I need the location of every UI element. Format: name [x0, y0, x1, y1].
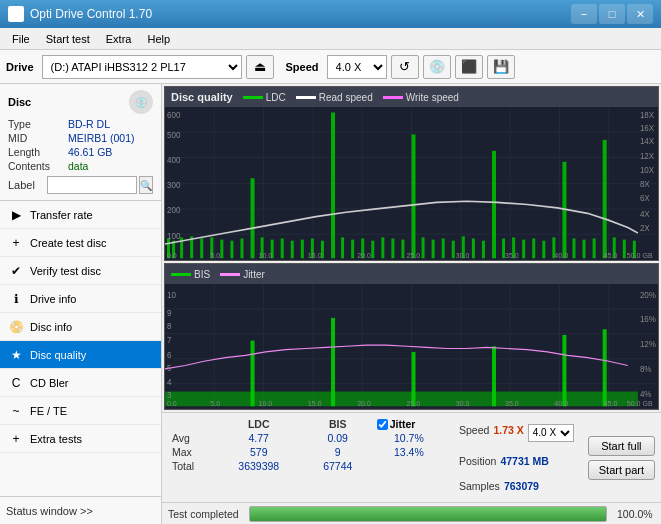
speed-dropdown[interactable]: 4.0 X — [528, 424, 574, 442]
jitter-label: Jitter — [243, 269, 265, 280]
svg-rect-41 — [422, 237, 425, 258]
status-window-label: Status window >> — [6, 505, 93, 517]
jitter-checkbox[interactable] — [377, 419, 388, 430]
svg-text:300: 300 — [167, 180, 181, 190]
svg-rect-44 — [452, 241, 455, 259]
svg-text:30.0: 30.0 — [456, 399, 470, 409]
jitter-checkbox-label[interactable]: Jitter — [377, 418, 441, 430]
extra-tests-label: Extra tests — [30, 433, 82, 445]
svg-rect-24 — [251, 178, 255, 258]
svg-text:40.0: 40.0 — [554, 399, 568, 409]
sidebar-item-extra-tests[interactable]: + Extra tests — [0, 425, 161, 453]
label-row: Label 🔍 — [8, 176, 153, 194]
col-header-ldc: LDC — [215, 417, 303, 431]
disc-mid-row: MID MEIRB1 (001) — [8, 132, 153, 144]
svg-rect-104 — [251, 341, 255, 407]
sidebar-item-fe-te[interactable]: ~ FE / TE — [0, 397, 161, 425]
eject-button[interactable]: ⏏ — [246, 55, 274, 79]
sidebar-item-create-test-disc[interactable]: + Create test disc — [0, 229, 161, 257]
max-jitter: 13.4% — [373, 445, 445, 459]
menu-start-test[interactable]: Start test — [38, 31, 98, 47]
svg-text:0.0: 0.0 — [167, 251, 177, 260]
svg-text:0.0: 0.0 — [167, 399, 177, 409]
progress-fill — [250, 507, 606, 521]
svg-rect-105 — [331, 318, 335, 406]
label-input[interactable] — [47, 176, 137, 194]
speed-label: Speed — [286, 61, 319, 73]
type-value: BD-R DL — [68, 118, 110, 130]
svg-text:9: 9 — [167, 308, 172, 319]
svg-text:14X: 14X — [640, 136, 655, 146]
svg-text:35.0: 35.0 — [505, 251, 519, 260]
svg-text:10X: 10X — [640, 164, 655, 174]
speed-select[interactable]: 4.0 X — [327, 55, 387, 79]
svg-rect-21 — [220, 240, 223, 259]
svg-text:25.0: 25.0 — [406, 399, 420, 409]
total-bis: 67744 — [303, 459, 373, 473]
bis-color — [171, 273, 191, 276]
menu-extra[interactable]: Extra — [98, 31, 140, 47]
svg-rect-57 — [583, 240, 586, 259]
drive-select[interactable]: (D:) ATAPI iHBS312 2 PL17 — [42, 55, 242, 79]
svg-text:8: 8 — [167, 321, 172, 332]
start-part-button[interactable]: Start part — [588, 460, 655, 480]
sidebar-item-verify-test-disc[interactable]: ✔ Verify test disc — [0, 257, 161, 285]
svg-text:16X: 16X — [640, 123, 655, 133]
contents-label: Contents — [8, 160, 68, 172]
samples-val: 763079 — [504, 480, 539, 492]
create-test-disc-icon: + — [8, 235, 24, 251]
start-full-button[interactable]: Start full — [588, 436, 655, 456]
sidebar-item-cd-bler[interactable]: C CD Bler — [0, 369, 161, 397]
menu-file[interactable]: File — [4, 31, 38, 47]
status-bar-left: Status window >> — [0, 496, 161, 524]
verify-test-disc-icon: ✔ — [8, 263, 24, 279]
speed-info: Speed 1.73 X 4.0 X Position 47731 MB Sam… — [451, 413, 582, 502]
speed-key: Speed — [459, 424, 489, 442]
sidebar-item-disc-quality[interactable]: ★ Disc quality — [0, 341, 161, 369]
close-button[interactable]: ✕ — [627, 4, 653, 24]
chart1-header: Disc quality LDC Read speed Write speed — [165, 87, 658, 107]
sidebar-item-drive-info[interactable]: ℹ Drive info — [0, 285, 161, 313]
label-search-button[interactable]: 🔍 — [139, 176, 153, 194]
svg-text:4X: 4X — [640, 208, 650, 218]
sidebar-item-disc-info[interactable]: 📀 Disc info — [0, 313, 161, 341]
svg-text:12%: 12% — [640, 339, 656, 350]
svg-rect-58 — [593, 239, 596, 259]
read-speed-color — [296, 96, 316, 99]
svg-rect-52 — [532, 239, 535, 259]
col-header-empty — [168, 417, 215, 431]
svg-text:50.0 GB: 50.0 GB — [627, 399, 653, 409]
fe-te-label: FE / TE — [30, 405, 67, 417]
legend-read-speed: Read speed — [296, 92, 373, 103]
save-button[interactable]: 💾 — [487, 55, 515, 79]
nav-items: ▶ Transfer rate + Create test disc ✔ Ver… — [0, 201, 161, 496]
disc-button[interactable]: 💿 — [423, 55, 451, 79]
svg-text:200: 200 — [167, 205, 181, 215]
status-window-button[interactable]: Status window >> — [6, 505, 93, 517]
position-val: 47731 MB — [500, 455, 548, 467]
svg-text:10.0: 10.0 — [259, 251, 273, 260]
svg-rect-53 — [542, 241, 545, 259]
svg-text:15.0: 15.0 — [308, 399, 322, 409]
disc-info-icon: 📀 — [8, 319, 24, 335]
toolbar: Drive (D:) ATAPI iHBS312 2 PL17 ⏏ Speed … — [0, 50, 661, 84]
svg-text:6X: 6X — [640, 193, 650, 203]
chart1-title: Disc quality — [171, 91, 233, 103]
create-test-disc-label: Create test disc — [30, 237, 106, 249]
svg-rect-22 — [230, 241, 233, 259]
refresh-button[interactable]: ↺ — [391, 55, 419, 79]
menu-help[interactable]: Help — [139, 31, 178, 47]
svg-text:25.0: 25.0 — [406, 251, 420, 260]
svg-text:600: 600 — [167, 110, 181, 120]
svg-rect-28 — [291, 241, 294, 259]
minimize-button[interactable]: − — [571, 4, 597, 24]
sidebar-item-transfer-rate[interactable]: ▶ Transfer rate — [0, 201, 161, 229]
svg-rect-107 — [492, 347, 496, 407]
svg-text:45.0: 45.0 — [604, 251, 618, 260]
label-label: Label — [8, 179, 47, 191]
record-button[interactable]: ⬛ — [455, 55, 483, 79]
avg-label: Avg — [168, 431, 215, 445]
maximize-button[interactable]: □ — [599, 4, 625, 24]
ldc-label: LDC — [266, 92, 286, 103]
total-jitter-empty — [373, 459, 445, 473]
